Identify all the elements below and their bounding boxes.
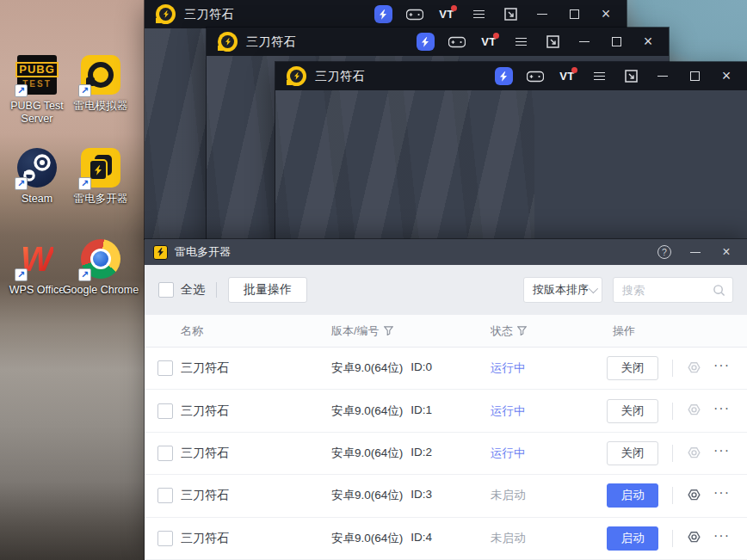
filter-icon[interactable] bbox=[517, 326, 527, 335]
minimize-button[interactable] bbox=[574, 32, 595, 52]
instance-name: 三刀符石 bbox=[181, 446, 331, 461]
gamepad-icon[interactable] bbox=[404, 4, 425, 25]
instance-name: 三刀符石 bbox=[181, 360, 331, 376]
ldplayer-logo-icon bbox=[287, 66, 306, 86]
settings-gear-icon[interactable] bbox=[684, 444, 703, 463]
row-checkbox[interactable] bbox=[157, 531, 173, 546]
toolbar-divider bbox=[216, 282, 217, 298]
minimize-button[interactable] bbox=[532, 4, 553, 25]
instance-row[interactable]: 三刀符石 安卓9.0(64位)ID:0 运行中 关闭 ··· bbox=[145, 348, 747, 390]
more-options-button[interactable]: ··· bbox=[713, 404, 730, 418]
minimize-button[interactable] bbox=[683, 242, 707, 262]
vt-alert-dot bbox=[493, 33, 499, 39]
action-divider bbox=[672, 360, 673, 377]
minimize-button[interactable] bbox=[652, 66, 673, 87]
desktop-icon-label: WPS Office bbox=[9, 284, 65, 297]
close-button[interactable]: × bbox=[638, 32, 658, 52]
maximize-button[interactable] bbox=[606, 32, 627, 52]
status-badge: 未启动 bbox=[491, 488, 607, 503]
more-options-button[interactable]: ··· bbox=[713, 532, 730, 545]
emulator-window-3: 三刀符石 VT × bbox=[275, 62, 747, 239]
shortcut-arrow-icon: ↗ bbox=[78, 84, 91, 97]
stop-button[interactable]: 关闭 bbox=[607, 356, 658, 380]
instance-name: 三刀符石 bbox=[181, 531, 331, 546]
menu-icon[interactable] bbox=[510, 32, 531, 52]
stop-button[interactable]: 关闭 bbox=[607, 441, 658, 465]
filter-icon[interactable] bbox=[384, 326, 393, 335]
desktop-icon-ldplayer[interactable]: ↗ 雷电模拟器 bbox=[62, 55, 139, 113]
instance-row[interactable]: 三刀符石 安卓9.0(64位)ID:4 未启动 启动 ··· bbox=[145, 518, 747, 560]
desktop-icon-ld-multi-instance[interactable]: ↗ 雷电多开器 bbox=[62, 148, 139, 206]
row-checkbox[interactable] bbox=[157, 446, 173, 461]
close-button[interactable]: × bbox=[716, 66, 737, 87]
menu-icon[interactable] bbox=[589, 66, 609, 87]
settings-gear-icon[interactable] bbox=[684, 529, 703, 548]
multi-instance-manager-window: 雷电多开器 ? × 全选 批量操作 按版本排序 bbox=[145, 239, 747, 560]
more-options-button[interactable]: ··· bbox=[713, 446, 730, 460]
emulator-1-titlebar[interactable]: 三刀符石 VT × bbox=[145, 0, 627, 28]
manager-window-title: 雷电多开器 bbox=[175, 244, 231, 260]
emulator-3-screen[interactable] bbox=[275, 90, 747, 239]
pubg-icon-word: PUBG bbox=[15, 62, 59, 77]
desktop-icon-label: Google Chrome bbox=[63, 284, 139, 297]
instance-row[interactable]: 三刀符石 安卓9.0(64位)ID:3 未启动 启动 ··· bbox=[145, 475, 747, 517]
shortcut-arrow-icon: ↗ bbox=[15, 177, 28, 190]
manager-app-icon bbox=[153, 245, 168, 260]
search-input[interactable] bbox=[622, 284, 713, 297]
header-status: 状态 bbox=[491, 323, 607, 339]
ldplayer-logo-icon bbox=[156, 4, 176, 24]
stop-button[interactable]: 关闭 bbox=[607, 399, 658, 423]
boost-icon[interactable] bbox=[415, 32, 435, 52]
emulator-2-titlebar[interactable]: 三刀符石 VT × bbox=[207, 28, 669, 56]
instance-row[interactable]: 三刀符石 安卓9.0(64位)ID:1 运行中 关闭 ··· bbox=[145, 390, 747, 432]
help-button[interactable]: ? bbox=[652, 242, 676, 262]
batch-operations-button[interactable]: 批量操作 bbox=[228, 277, 307, 303]
select-all-checkbox[interactable] bbox=[158, 282, 174, 298]
sort-dropdown[interactable]: 按版本排序 bbox=[523, 277, 602, 303]
table-header: 名称 版本/编号 状态 操作 bbox=[145, 315, 747, 348]
settings-gear-icon[interactable] bbox=[684, 402, 703, 421]
settings-gear-icon[interactable] bbox=[684, 486, 703, 505]
close-button[interactable]: × bbox=[714, 242, 738, 262]
more-options-button[interactable]: ··· bbox=[713, 361, 730, 375]
close-button[interactable]: × bbox=[596, 4, 616, 25]
gamepad-icon[interactable] bbox=[525, 66, 546, 87]
maximize-button[interactable] bbox=[684, 66, 705, 87]
row-checkbox[interactable] bbox=[157, 403, 173, 419]
dock-window-icon[interactable] bbox=[500, 4, 521, 25]
window-title: 三刀符石 bbox=[315, 69, 365, 84]
header-version: 版本/编号 bbox=[331, 323, 491, 339]
select-all-label: 全选 bbox=[181, 282, 205, 298]
settings-gear-icon[interactable] bbox=[684, 359, 703, 378]
instance-version: 安卓9.0(64位)ID:3 bbox=[331, 488, 491, 503]
row-checkbox[interactable] bbox=[157, 488, 173, 503]
row-checkbox[interactable] bbox=[157, 360, 173, 376]
dock-window-icon[interactable] bbox=[542, 32, 563, 52]
vt-virtualization-icon[interactable]: VT bbox=[557, 66, 577, 87]
action-divider bbox=[672, 403, 673, 420]
shortcut-arrow-icon: ↗ bbox=[15, 84, 28, 97]
manager-toolbar: 全选 批量操作 按版本排序 bbox=[145, 265, 747, 315]
instance-row[interactable]: 三刀符石 安卓9.0(64位)ID:2 运行中 关闭 ··· bbox=[145, 433, 747, 475]
search-box[interactable] bbox=[613, 277, 733, 303]
start-button[interactable]: 启动 bbox=[607, 526, 658, 551]
dock-window-icon[interactable] bbox=[620, 66, 641, 87]
instance-name: 三刀符石 bbox=[181, 403, 331, 419]
boost-icon[interactable] bbox=[373, 4, 393, 25]
status-badge: 运行中 bbox=[491, 403, 607, 419]
maximize-button[interactable] bbox=[564, 4, 584, 25]
desktop-icon-google-chrome[interactable]: ↗ Google Chrome bbox=[62, 239, 139, 297]
menu-icon[interactable] bbox=[468, 4, 489, 25]
status-badge: 运行中 bbox=[491, 446, 607, 461]
status-badge: 未启动 bbox=[491, 531, 607, 546]
boost-icon[interactable] bbox=[493, 66, 514, 87]
emulator-3-titlebar[interactable]: 三刀符石 VT × bbox=[275, 62, 747, 90]
manager-titlebar[interactable]: 雷电多开器 ? × bbox=[145, 239, 747, 265]
more-options-button[interactable]: ··· bbox=[713, 489, 730, 502]
gamepad-icon[interactable] bbox=[447, 32, 467, 52]
vt-virtualization-icon[interactable]: VT bbox=[436, 4, 457, 25]
vt-alert-dot bbox=[451, 5, 457, 11]
vt-virtualization-icon[interactable]: VT bbox=[478, 32, 499, 52]
start-button[interactable]: 启动 bbox=[607, 483, 658, 508]
desktop-icon-label: Steam bbox=[22, 193, 52, 206]
